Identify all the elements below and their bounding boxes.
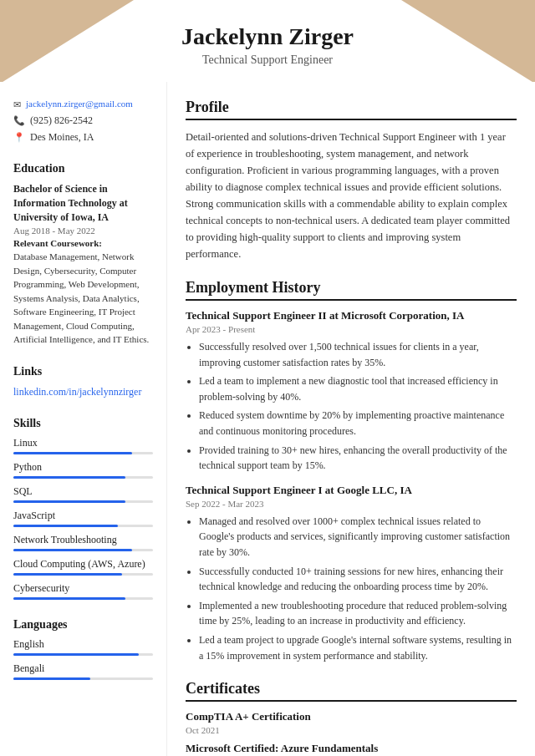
education-degree: Bachelor of Science in Information Techn… [13, 182, 153, 224]
contact-phone: 📞 (925) 826-2542 [13, 114, 153, 127]
contact-location: 📍 Des Moines, IA [13, 131, 153, 144]
phone-icon: 📞 [13, 115, 25, 126]
cert-date: Oct 2021 [186, 725, 517, 735]
profile-text: Detail-oriented and solutions-driven Tec… [186, 129, 517, 262]
job-bullet: Led a team to implement a new diagnostic… [199, 373, 517, 404]
skill-bar-bg [13, 573, 153, 576]
language-label: Bengali [13, 662, 153, 675]
job-bullet: Led a team project to upgrade Google's i… [199, 632, 517, 663]
job-title: Technical Support Engineer II at Microso… [186, 309, 517, 322]
education-dates: Aug 2018 - May 2022 [13, 226, 153, 236]
coursework-text: Database Management, Network Design, Cyb… [13, 250, 153, 347]
cert-entry: CompTIA A+ Certification Oct 2021 [186, 710, 517, 735]
job-date: Sep 2022 - Mar 2023 [186, 499, 517, 509]
contact-email: ✉ jackelynn.zirger@gmail.com [13, 99, 153, 110]
cert-name: CompTIA A+ Certification [186, 710, 517, 723]
language-item: Bengali [13, 662, 153, 680]
language-item: English [13, 638, 153, 656]
languages-list: English Bengali [13, 638, 153, 680]
job-title: Technical Support Engineer I at Google L… [186, 484, 517, 497]
coursework-label: Relevant Coursework: [13, 238, 153, 248]
skills-section: Skills Linux Python SQL JavaScript Netwo… [13, 417, 153, 600]
skill-bar-fill [13, 549, 132, 551]
skill-item: Cloud Computing (AWS, Azure) [13, 558, 153, 576]
employment-section: Employment History Technical Support Eng… [186, 279, 517, 663]
skill-bar-fill [13, 500, 125, 503]
skill-item: Cybersecurity [13, 582, 153, 600]
candidate-name: Jackelynn Zirger [17, 23, 518, 50]
contact-section: ✉ jackelynn.zirger@gmail.com 📞 (925) 826… [13, 99, 153, 144]
location-text: Des Moines, IA [30, 131, 94, 144]
skill-bar-bg [13, 525, 153, 527]
skill-label: JavaScript [13, 510, 153, 522]
links-title: Links [13, 365, 153, 378]
candidate-title: Technical Support Engineer [17, 53, 518, 67]
skill-item: Python [13, 461, 153, 479]
skill-label: Linux [13, 437, 153, 449]
job-bullet: Successfully conducted 10+ training sess… [199, 564, 517, 595]
languages-section: Languages English Bengali [13, 618, 153, 680]
sidebar: ✉ jackelynn.zirger@gmail.com 📞 (925) 826… [0, 82, 167, 756]
job-date: Apr 2023 - Present [186, 324, 517, 334]
language-label: English [13, 638, 153, 651]
skill-item: Network Troubleshooting [13, 534, 153, 551]
skill-item: SQL [13, 485, 153, 503]
skill-label: SQL [13, 485, 153, 498]
skill-bar-bg [13, 500, 153, 503]
job-bullet: Managed and resolved over 1000+ complex … [199, 514, 517, 561]
links-section: Links linkedin.com/in/jackelynnzirger [13, 365, 153, 398]
job-bullets-list: Successfully resolved over 1,500 technic… [186, 339, 517, 474]
skill-label: Cloud Computing (AWS, Azure) [13, 558, 153, 571]
skill-bar-bg [13, 476, 153, 479]
phone-text: (925) 826-2542 [30, 114, 93, 127]
language-bar-fill [13, 677, 90, 680]
skill-label: Cybersecurity [13, 582, 153, 595]
employment-section-title: Employment History [186, 279, 517, 301]
job-bullet: Implemented a new troubleshooting proced… [199, 598, 517, 629]
skill-item: Linux [13, 437, 153, 454]
linkedin-link[interactable]: linkedin.com/in/jackelynnzirger [13, 386, 141, 398]
skill-bar-fill [13, 452, 132, 454]
education-section: Education Bachelor of Science in Informa… [13, 162, 153, 347]
skill-bar-bg [13, 452, 153, 454]
certificates-section-title: Certificates [186, 680, 517, 702]
location-icon: 📍 [13, 132, 25, 143]
skill-item: JavaScript [13, 510, 153, 527]
skill-bar-fill [13, 573, 122, 576]
skills-title: Skills [13, 417, 153, 430]
skill-bar-bg [13, 597, 153, 600]
job-bullet: Successfully resolved over 1,500 technic… [199, 339, 517, 370]
language-bar-fill [13, 653, 139, 656]
header: Jackelynn Zirger Technical Support Engin… [0, 0, 535, 82]
skill-label: Network Troubleshooting [13, 534, 153, 546]
skill-bar-fill [13, 525, 118, 527]
language-bar-bg [13, 653, 153, 656]
main-layout: ✉ jackelynn.zirger@gmail.com 📞 (925) 826… [0, 82, 535, 756]
profile-section-title: Profile [186, 99, 517, 120]
languages-title: Languages [13, 618, 153, 632]
language-bar-bg [13, 677, 153, 680]
skills-list: Linux Python SQL JavaScript Network Trou… [13, 437, 153, 600]
job-bullet: Reduced system downtime by 20% by implem… [199, 408, 517, 439]
linkedin-link-container: linkedin.com/in/jackelynnzirger [13, 385, 153, 398]
job-bullets-list: Managed and resolved over 1000+ complex … [186, 514, 517, 663]
profile-section: Profile Detail-oriented and solutions-dr… [186, 99, 517, 262]
job-entry: Technical Support Engineer II at Microso… [186, 309, 517, 474]
email-link[interactable]: jackelynn.zirger@gmail.com [26, 99, 133, 109]
certificates-section: Certificates CompTIA A+ Certification Oc… [186, 680, 517, 756]
education-title: Education [13, 162, 153, 175]
skill-bar-fill [13, 597, 125, 600]
cert-entry: Microsoft Certified: Azure Fundamentals … [186, 742, 517, 756]
job-bullet: Provided training to 30+ new hires, enha… [199, 443, 517, 474]
email-icon: ✉ [13, 99, 21, 110]
main-content: Profile Detail-oriented and solutions-dr… [167, 82, 535, 756]
skill-bar-fill [13, 476, 125, 479]
job-entry: Technical Support Engineer I at Google L… [186, 484, 517, 663]
skill-label: Python [13, 461, 153, 474]
jobs-list: Technical Support Engineer II at Microso… [186, 309, 517, 663]
skill-bar-bg [13, 549, 153, 551]
certs-list: CompTIA A+ Certification Oct 2021 Micros… [186, 710, 517, 756]
cert-name: Microsoft Certified: Azure Fundamentals [186, 742, 517, 755]
